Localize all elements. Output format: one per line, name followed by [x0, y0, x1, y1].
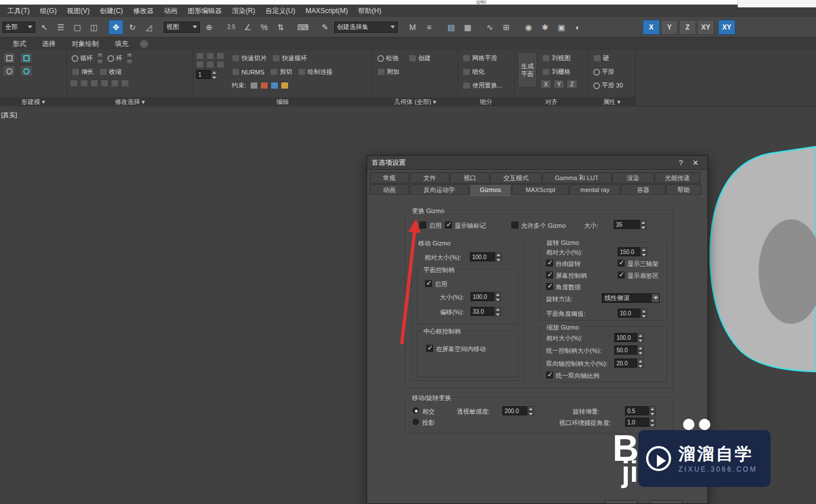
edit-tool-icon[interactable]: [196, 61, 204, 68]
restrict-xy-button[interactable]: XY: [697, 20, 714, 35]
spinner-snap-button[interactable]: ⇅: [273, 20, 288, 35]
ring-button[interactable]: 环: [106, 52, 124, 64]
material-editor-button[interactable]: ◉: [521, 20, 536, 35]
dialog-title-bar[interactable]: 首选项设置 ? ✕: [367, 156, 707, 170]
menu-rendering[interactable]: 渲染(R): [227, 5, 260, 17]
tab-populate[interactable]: 填充: [108, 38, 135, 50]
ribbon-toggle-button[interactable]: ▦: [460, 20, 475, 35]
edit-tool-icon[interactable]: [196, 52, 204, 60]
percent-snap-button[interactable]: %: [257, 20, 272, 35]
perspective-sensitivity-field[interactable]: 200.0: [502, 406, 534, 415]
use-pivot-center-button[interactable]: ⊕: [202, 20, 217, 35]
panel-label-modify-selection[interactable]: 修改选择 ▾: [67, 97, 193, 106]
spinner[interactable]: [495, 307, 501, 316]
planar-z-button[interactable]: Z: [567, 80, 577, 89]
spinner[interactable]: [638, 345, 644, 355]
named-selection-set-dropdown[interactable]: 创建选择集: [334, 22, 398, 33]
tab-selection[interactable]: 选择: [35, 38, 63, 50]
edit-named-sets-button[interactable]: ✎: [318, 20, 332, 35]
constraint-edge-icon[interactable]: [260, 82, 268, 89]
tab-help[interactable]: 帮助: [666, 184, 701, 195]
cut-button[interactable]: 剪切: [268, 66, 294, 78]
spinner[interactable]: [638, 333, 644, 342]
tab-viewports[interactable]: 视口: [450, 172, 490, 184]
constraint-normal-icon[interactable]: [281, 82, 289, 89]
free-rotation-checkbox[interactable]: [546, 260, 553, 266]
ring-minus-button[interactable]: −: [126, 59, 133, 64]
spinner[interactable]: [650, 406, 656, 415]
tab-animation[interactable]: 动画: [369, 184, 409, 195]
quick-slice-button[interactable]: 快速切片: [230, 52, 268, 64]
spinner[interactable]: [641, 309, 647, 318]
select-by-name-button[interactable]: ☰: [53, 20, 68, 35]
spinner[interactable]: [650, 418, 656, 427]
shrink-button[interactable]: 收缩: [98, 66, 123, 78]
gizmo-size-field[interactable]: 35: [614, 220, 647, 229]
keyboard-override-button[interactable]: ⌨: [295, 20, 310, 35]
uniform-biaxial-ratio-checkbox[interactable]: [546, 372, 553, 378]
constraint-none-icon[interactable]: [250, 82, 258, 89]
uniform-handle-size-field[interactable]: 50.0: [614, 345, 644, 355]
align-to-view-button[interactable]: 到视图: [540, 52, 577, 64]
viewport-arc-snap-field[interactable]: 1.0: [625, 418, 656, 427]
rotation-method-dropdown[interactable]: 线性侧滚: [602, 293, 660, 303]
planar-offset-field[interactable]: 33.0: [471, 307, 501, 316]
reference-coordinate-dropdown[interactable]: 视图: [164, 22, 200, 33]
tab-object-paint[interactable]: 对象绘制: [65, 38, 106, 50]
intersection-radio[interactable]: [413, 407, 419, 414]
move-in-screen-space-checkbox[interactable]: [426, 345, 433, 352]
render-setup-button[interactable]: ✱: [538, 20, 552, 35]
rendered-frame-button[interactable]: ▣: [554, 20, 569, 35]
tab-rendering[interactable]: 渲染: [612, 172, 654, 184]
schematic-view-button[interactable]: ⊞: [499, 20, 514, 35]
rotate-relative-size-field[interactable]: 150.0: [618, 247, 647, 256]
menu-tools[interactable]: 工具(T): [2, 5, 35, 17]
spinner[interactable]: [211, 70, 218, 79]
angle-snap-button[interactable]: ∠: [240, 20, 255, 35]
menu-customize[interactable]: 自定义(U): [260, 5, 301, 17]
rotation-increment-field[interactable]: 0.5: [625, 406, 656, 415]
edit-poly-mode-icon[interactable]: [20, 52, 32, 64]
panel-label-edit[interactable]: 编辑: [193, 97, 372, 106]
grow-button[interactable]: 增长: [70, 66, 95, 78]
relax-button[interactable]: 松弛: [376, 52, 401, 64]
menu-graph-editors[interactable]: 图形编辑器: [182, 5, 227, 17]
menu-animation[interactable]: 动画: [159, 5, 182, 17]
panel-label-properties[interactable]: 属性 ▾: [589, 97, 635, 106]
screen-handle-checkbox[interactable]: [546, 272, 553, 278]
restrict-y-button[interactable]: Y: [661, 20, 678, 35]
use-displacement-button[interactable]: 使用置换...: [461, 80, 511, 91]
selection-tool-icon[interactable]: [111, 80, 119, 87]
paint-connect-button[interactable]: 绘制连接: [296, 66, 334, 78]
tab-files[interactable]: 文件: [410, 172, 449, 184]
move-relative-size-field[interactable]: 100.0: [470, 252, 502, 261]
selection-region-button[interactable]: ▢: [70, 20, 85, 35]
align-to-grid-button[interactable]: 到栅格: [540, 66, 577, 78]
cancel-button[interactable]: 取消: [650, 500, 682, 504]
spinner[interactable]: [528, 406, 534, 415]
hard-edge-button[interactable]: 硬: [592, 52, 632, 64]
menu-help[interactable]: 帮助(H): [353, 5, 386, 17]
menu-group[interactable]: 组(G): [35, 5, 61, 17]
smooth-button[interactable]: 平滑: [592, 66, 632, 78]
curve-editor-button[interactable]: ∿: [482, 20, 497, 35]
swift-loop-button[interactable]: 快速循环: [270, 52, 309, 64]
mirror-button[interactable]: M: [405, 20, 420, 35]
meshsmooth-button[interactable]: 网格平滑: [461, 52, 511, 64]
loop-button[interactable]: 循环: [70, 52, 94, 64]
snaps-toggle-button[interactable]: 2.5: [224, 20, 239, 35]
angle-data-checkbox[interactable]: [546, 283, 553, 290]
enable-gizmo-checkbox[interactable]: [419, 222, 426, 228]
show-axis-labels-checkbox[interactable]: [445, 222, 452, 228]
select-object-button[interactable]: ↖: [37, 20, 52, 35]
dialog-help-button[interactable]: ?: [673, 157, 688, 168]
window-crossing-button[interactable]: ◫: [86, 20, 101, 35]
spinner[interactable]: [496, 252, 502, 261]
select-and-rotate-button[interactable]: ↻: [125, 20, 140, 35]
ring-plus-button[interactable]: +: [126, 52, 133, 58]
spinner[interactable]: [640, 220, 647, 229]
ok-button[interactable]: 确定: [605, 500, 638, 504]
tab-gamma-lut[interactable]: Gamma 和 LUT: [542, 172, 611, 184]
selection-tool-icon[interactable]: [70, 80, 78, 87]
planar-size-field[interactable]: 100.0: [471, 292, 501, 301]
